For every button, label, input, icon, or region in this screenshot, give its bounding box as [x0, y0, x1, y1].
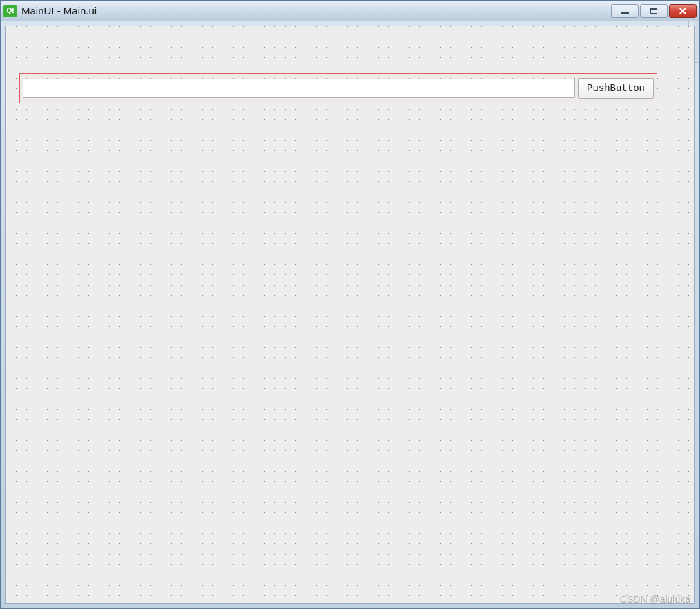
push-button[interactable]: PushButton	[578, 78, 654, 99]
maximize-button[interactable]	[640, 4, 668, 18]
maximize-icon	[650, 8, 657, 14]
line-edit[interactable]	[23, 79, 575, 98]
form-designer-canvas[interactable]: PushButton	[5, 26, 695, 604]
window-controls	[611, 4, 697, 18]
form-root[interactable]: PushButton	[11, 32, 689, 598]
qt-app-icon: Qt	[3, 5, 17, 17]
horizontal-layout[interactable]: PushButton	[19, 73, 657, 103]
close-button[interactable]	[669, 4, 697, 18]
minimize-icon	[621, 12, 629, 14]
minimize-button[interactable]	[611, 4, 639, 18]
window-title: MainUI - Main.ui	[21, 5, 611, 17]
window-frame: Qt MainUI - Main.ui PushButton	[0, 0, 700, 609]
titlebar[interactable]: Qt MainUI - Main.ui	[1, 1, 699, 21]
close-icon	[678, 6, 688, 16]
